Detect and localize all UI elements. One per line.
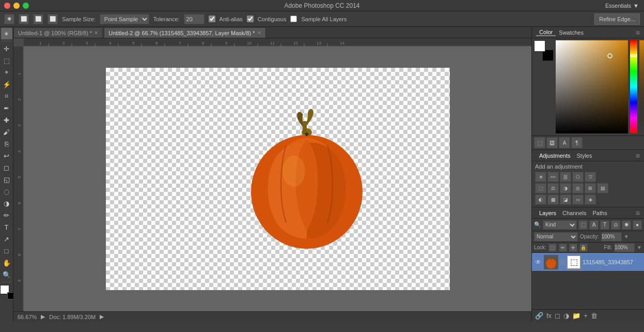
tab-styles[interactable]: Styles — [574, 153, 595, 159]
brush-tool[interactable]: 🖌 — [1, 126, 12, 138]
tool-options-icon[interactable]: ✱ — [4, 14, 14, 24]
dodge-tool[interactable]: ◑ — [1, 198, 12, 209]
blur-tool[interactable]: ◌ — [1, 186, 12, 197]
layer-row[interactable]: 👁 ⛓ ⬚ 1315485_33943857 — [532, 253, 644, 271]
delete-layer-icon[interactable]: 🗑 — [591, 312, 598, 320]
adj-gradient-map[interactable]: ▭ — [572, 194, 584, 205]
contiguous-checkbox[interactable] — [247, 16, 254, 22]
minimize-button[interactable] — [13, 3, 20, 9]
layer-visibility-toggle[interactable]: 👁 — [534, 258, 542, 266]
layer-filter-5[interactable]: ✱ — [622, 220, 631, 230]
move-tool[interactable]: ✛ — [1, 43, 12, 54]
color-tool-4[interactable]: ¶ — [571, 137, 583, 148]
lock-all[interactable]: 🔒 — [579, 244, 588, 252]
eyedropper-tool[interactable]: ✒ — [1, 102, 12, 114]
layer-filter-1[interactable]: ⬚ — [578, 220, 588, 230]
brush-preset-icon[interactable]: ⬜ — [19, 14, 29, 24]
adj-levels[interactable]: ||| — [560, 172, 571, 182]
new-layer-icon[interactable]: + — [584, 312, 588, 320]
tab-close-2[interactable]: ✕ — [257, 30, 261, 36]
tab-channels[interactable]: Channels — [559, 210, 589, 216]
hand-tool[interactable]: ✋ — [1, 257, 12, 268]
adj-vibrance[interactable]: ▽ — [585, 172, 596, 182]
color-tool-2[interactable]: 🖼 — [546, 137, 558, 148]
tab-untitled2[interactable]: Untitled-2 @ 66.7% (1315485_33943857, La… — [104, 27, 265, 38]
color-panel-menu[interactable]: ≡ — [636, 28, 640, 37]
tab-paths[interactable]: Paths — [590, 210, 610, 216]
layers-filter-select[interactable]: Kind — [543, 220, 577, 230]
lock-pixels[interactable]: ⬚ — [548, 244, 557, 252]
adj-exposure[interactable]: ⬡ — [572, 172, 584, 182]
lasso-tool[interactable]: ⌖ — [1, 67, 12, 78]
crop-tool[interactable]: ⌗ — [1, 90, 12, 102]
sample-all-checkbox[interactable] — [290, 16, 297, 22]
workspace-dropdown-icon[interactable]: ▼ — [633, 3, 639, 9]
lock-move[interactable]: ✛ — [569, 244, 577, 252]
adj-color-bal[interactable]: ⚖ — [547, 183, 559, 193]
wand-tool[interactable]: ⚡ — [1, 79, 12, 90]
adj-posterize[interactable]: ▩ — [547, 194, 559, 205]
opacity-dropdown[interactable]: ▼ — [624, 234, 629, 239]
hue-slider[interactable] — [630, 40, 637, 133]
tab-untitled1[interactable]: Untitled-1 @ 100% (RGB/8) * ✕ — [13, 27, 103, 38]
fill-dropdown[interactable]: ▼ — [637, 245, 642, 250]
shape-tool[interactable]: □ — [1, 245, 12, 256]
color-gradient-picker[interactable] — [556, 40, 628, 133]
adj-channel-mixer[interactable]: ⊞ — [585, 183, 596, 193]
refine-edge-button[interactable]: Refine Edge... — [594, 13, 640, 25]
fill-input[interactable] — [614, 243, 635, 252]
close-button[interactable] — [4, 3, 10, 9]
history-tool[interactable]: ↩ — [1, 150, 12, 161]
marquee-tool[interactable]: ⬚ — [1, 55, 12, 66]
tab-close-1[interactable]: ✕ — [94, 30, 98, 36]
tab-swatches[interactable]: Swatches — [556, 29, 587, 36]
adj-color-lookup[interactable]: ▤ — [597, 183, 608, 193]
eraser-tool[interactable]: ◻ — [1, 162, 12, 173]
blend-mode-select[interactable]: Normal — [534, 232, 578, 242]
tolerance-input[interactable] — [184, 14, 205, 24]
anti-alias-checkbox[interactable] — [209, 16, 215, 22]
path-select-tool[interactable]: ↗ — [1, 233, 12, 245]
adj-hue-sat[interactable]: ⬚ — [535, 183, 546, 193]
layers-panel-menu[interactable]: ≡ — [636, 209, 640, 217]
layer-filter-3[interactable]: T — [600, 220, 609, 230]
adj-curves[interactable]: ≈≈ — [547, 172, 559, 182]
gradient-tool[interactable]: ◱ — [1, 174, 12, 185]
adj-threshold[interactable]: ◪ — [560, 194, 571, 205]
color-tool-3[interactable]: A — [559, 137, 570, 148]
canvas-content[interactable] — [24, 47, 531, 311]
layer-filter-4[interactable]: ⊙ — [611, 220, 620, 230]
layer-filter-2[interactable]: A — [589, 220, 599, 230]
adj-selective-color[interactable]: ◈ — [585, 194, 596, 205]
workspace-selector[interactable]: Essentials ▼ — [605, 3, 639, 9]
brush-options-icon2[interactable]: ⬜ — [33, 14, 43, 24]
clone-tool[interactable]: ⎘ — [1, 138, 12, 149]
opacity-input[interactable] — [601, 232, 622, 242]
adj-invert[interactable]: ◐ — [535, 194, 546, 205]
color-tool-1[interactable]: ⬚ — [534, 137, 545, 148]
tab-adjustments[interactable]: Adjustments — [536, 153, 574, 159]
fx-icon[interactable]: fx — [546, 312, 552, 320]
brush-options-icon3[interactable]: ⬜ — [48, 14, 58, 24]
layer-filter-toggle[interactable]: ● — [633, 220, 642, 230]
adj-bw[interactable]: ◑ — [560, 183, 571, 193]
adj-photo-filter[interactable]: ◎ — [572, 183, 584, 193]
pen-tool[interactable]: ✏ — [1, 209, 12, 221]
zoom-tool[interactable]: 🔍 — [1, 269, 12, 280]
tab-color[interactable]: Color — [536, 29, 556, 36]
alpha-slider[interactable] — [639, 40, 644, 133]
foreground-swatch[interactable] — [534, 40, 545, 52]
lock-brush[interactable]: ✏ — [559, 244, 567, 252]
adj-brightness[interactable]: ☀ — [535, 172, 546, 182]
adjustment-icon[interactable]: ◑ — [563, 312, 569, 320]
link-layers-icon[interactable]: 🔗 — [535, 312, 543, 320]
add-mask-icon[interactable]: ◻ — [555, 312, 560, 320]
maximize-button[interactable] — [23, 3, 29, 9]
magic-wand-tool[interactable]: ✴ — [1, 28, 12, 39]
sample-size-select[interactable]: Point Sample — [100, 14, 149, 24]
tab-layers[interactable]: Layers — [536, 210, 559, 216]
photoshop-canvas[interactable] — [106, 68, 450, 290]
heal-tool[interactable]: ✚ — [1, 114, 12, 126]
type-tool[interactable]: T — [1, 221, 12, 233]
folder-icon[interactable]: 📁 — [572, 312, 580, 320]
